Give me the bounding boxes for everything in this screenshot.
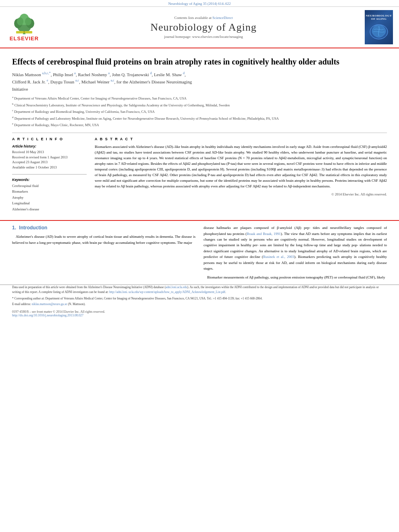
cover-image-icon xyxy=(367,21,391,41)
adni-link[interactable]: adni.loni.ucla.edu xyxy=(166,285,187,289)
intro-right-text-1: disease hallmarks are plaques composed o… xyxy=(204,225,387,271)
journal-cover-image: NEUROBIOLOGY OF AGING xyxy=(365,10,393,44)
svg-point-5 xyxy=(17,17,23,25)
cover-title-line1: NEUROBIOLOGY xyxy=(366,14,392,17)
intro-right-col: disease hallmarks are plaques composed o… xyxy=(204,225,387,281)
keyword-3: Atrophy xyxy=(12,195,87,200)
received1: Received 10 May 2013 xyxy=(12,150,87,155)
elsevier-tree-icon xyxy=(12,13,36,35)
braak-ref-link[interactable]: Braak and Braak, 1991 xyxy=(247,232,281,236)
affiliation-e: e Department of Radiology, Mayo Clinic, … xyxy=(12,122,387,128)
sciencedirect-link[interactable]: ScienceDirect xyxy=(212,16,233,20)
intro-left-col: 1. Introduction Alzheimer's disease (AD)… xyxy=(12,225,195,281)
keyword-1: Cerebrospinal fluid xyxy=(12,183,87,189)
affiliations: a Department of Veterans Affairs Medical… xyxy=(12,95,387,128)
article-info-panel: A R T I C L E I N F O Article history: R… xyxy=(12,137,87,212)
red-separator xyxy=(0,220,399,221)
journal-center: Contents lists available at ScienceDirec… xyxy=(42,16,365,39)
intro-paragraph-3: Biomarker measurements of Aβ pathology, … xyxy=(204,274,387,280)
citation-text: Neurobiology of Aging 35 (2014) 614–622 xyxy=(168,2,231,6)
main-content: Effects of cerebrospinal fluid proteins … xyxy=(0,48,399,216)
abstract-heading: A B S T R A C T xyxy=(95,137,387,141)
article-title: Effects of cerebrospinal fluid proteins … xyxy=(12,56,387,67)
citation-bar: Neurobiology of Aging 35 (2014) 614–622 xyxy=(0,0,399,7)
intro-paragraph-1: Alzheimer's disease (AD) leads to severe… xyxy=(12,234,195,245)
issn-line: 0197-4580/$ – see front matter © 2014 El… xyxy=(12,310,387,317)
authors-line: Niklas Mattsson a,b,c,*, Philip Insel a,… xyxy=(12,71,387,93)
footnote-corresponding: * Corresponding author at: Department of… xyxy=(12,296,387,301)
article-info-heading: A R T I C L E I N F O xyxy=(12,137,87,141)
abstract-panel: A B S T R A C T Biomarkers associated wi… xyxy=(95,137,387,212)
journal-header: ELSEVIER Contents lists available at Sci… xyxy=(0,7,399,48)
affiliation-a: a Department of Veterans Affairs Medical… xyxy=(12,95,387,101)
affiliation-d: d Department of Pathology and Laboratory… xyxy=(12,115,387,121)
accepted-date: Accepted 23 August 2013 xyxy=(12,160,87,165)
footnote-data-note: Data used in preparation of this article… xyxy=(12,285,387,295)
doi-link[interactable]: http://dx.doi.org/10.1016/j.neurobiolagi… xyxy=(12,314,83,317)
intro-left-text: Alzheimer's disease (AD) leads to severe… xyxy=(12,234,195,245)
keyword-5: Alzheimer's disease xyxy=(12,206,87,212)
history-section: Article history: Received 10 May 2013 Re… xyxy=(12,144,87,170)
svg-rect-8 xyxy=(23,31,25,33)
article-info-abstract-section: A R T I C L E I N F O Article history: R… xyxy=(12,133,387,212)
rusinek-ref-link[interactable]: Rusinek et al., 2003 xyxy=(263,255,294,259)
footnote-email: E-mail address: niklas.mattsson@neuro.gu… xyxy=(12,302,387,307)
cover-title-line2: OF AGING xyxy=(371,17,387,21)
section-title: 1. Introduction xyxy=(12,225,195,231)
info-divider xyxy=(12,174,87,175)
intro-paragraph-2: disease hallmarks are plaques composed o… xyxy=(204,225,387,271)
elsevier-wordmark: ELSEVIER xyxy=(10,35,39,42)
contents-line: Contents lists available at ScienceDirec… xyxy=(42,16,365,20)
footnotes-section: Data used in preparation of this article… xyxy=(0,285,399,317)
keyword-2: Biomarkers xyxy=(12,189,87,194)
svg-point-6 xyxy=(25,17,31,25)
abstract-text: Biomarkers associated with Alzheimer's d… xyxy=(95,144,387,189)
journal-homepage: journal homepage: www.elsevier.com/locat… xyxy=(42,35,365,39)
affiliation-b: b Clinical Neurochemistry Laboratory, In… xyxy=(12,102,387,108)
copyright-text: © 2014 Elsevier Inc. All rights reserved… xyxy=(95,192,387,196)
keyword-4: Longitudinal xyxy=(12,200,87,206)
exploratory-word: exploratory xyxy=(361,173,378,177)
introduction-section: 1. Introduction Alzheimer's disease (AD)… xyxy=(0,225,399,281)
elsevier-logo: ELSEVIER xyxy=(6,13,42,42)
available-date: Available online 1 October 2013 xyxy=(12,165,87,170)
received2: Received in revised form 1 August 2013 xyxy=(12,155,87,160)
history-label: Article history: xyxy=(12,144,87,148)
keywords-label: Keywords: xyxy=(12,178,87,182)
journal-title: Neurobiology of Aging xyxy=(42,21,365,33)
intro-right-text-2: Biomarker measurements of Aβ pathology, … xyxy=(204,274,387,280)
affiliation-c: c Department of Radiology and Biomedical… xyxy=(12,108,387,114)
adni-list-link[interactable]: http://adni.loni. ucla.edu/wp-content/up… xyxy=(109,290,225,294)
keywords-section: Keywords: Cerebrospinal fluid Biomarkers… xyxy=(12,178,87,212)
email-link[interactable]: niklas.mattsson@neuro.gu.se xyxy=(32,302,67,306)
